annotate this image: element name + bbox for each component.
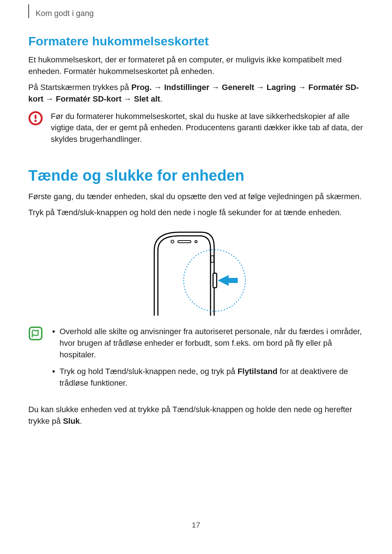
path-prefix: På Startskærmen trykkes på bbox=[28, 83, 131, 92]
path-generelt: Generelt bbox=[222, 83, 254, 92]
svg-rect-6 bbox=[211, 256, 214, 262]
svg-point-4 bbox=[171, 240, 174, 243]
heading-power-device: Tænde og slukke for enheden bbox=[28, 167, 364, 184]
svg-marker-9 bbox=[218, 275, 238, 286]
breadcrumb: Kom godt i gang bbox=[36, 9, 94, 18]
svg-point-5 bbox=[195, 241, 197, 243]
warning-text: Før du formaterer hukommelseskortet, ska… bbox=[51, 111, 364, 145]
arrow-icon: → bbox=[154, 83, 162, 92]
p3-bold: Sluk bbox=[63, 416, 79, 426]
path-lagring: Lagring bbox=[267, 83, 296, 92]
power-p2: Tryk på Tænd/sluk-knappen og hold den ne… bbox=[28, 207, 364, 218]
warning-icon bbox=[28, 111, 43, 145]
heading-format-card: Formatere hukommelseskortet bbox=[28, 34, 364, 48]
arrow-icon: → bbox=[46, 94, 54, 103]
format-card-path: På Startskærmen trykkes på Prog. → Indst… bbox=[28, 82, 364, 105]
svg-point-2 bbox=[34, 120, 37, 122]
note-list: Overhold alle skilte og anvisninger fra … bbox=[51, 326, 364, 394]
power-p3: Du kan slukke enheden ved at trykke på T… bbox=[28, 404, 364, 427]
note-item-2-bold: Flytilstand bbox=[237, 367, 277, 376]
svg-rect-3 bbox=[178, 241, 191, 243]
arrow-icon: → bbox=[298, 83, 306, 92]
power-p1: Første gang, du tænder enheden, skal du … bbox=[28, 191, 364, 202]
note-item-2-pre: Tryk og hold Tænd/sluk-knappen nede, og … bbox=[60, 367, 237, 376]
svg-rect-1 bbox=[35, 115, 37, 119]
list-item: Overhold alle skilte og anvisninger fra … bbox=[51, 326, 364, 361]
arrow-icon: → bbox=[212, 83, 220, 92]
p3-post: . bbox=[80, 416, 82, 426]
arrow-icon: → bbox=[256, 83, 264, 92]
format-card-intro: Et hukommelseskort, der er formateret på… bbox=[28, 54, 364, 77]
note-callout: Overhold alle skilte og anvisninger fra … bbox=[28, 326, 364, 394]
page-number: 17 bbox=[0, 521, 392, 529]
arrow-icon: → bbox=[124, 94, 132, 103]
path-formater-sd-2: Formatér SD-kort bbox=[56, 94, 122, 103]
page-header: Kom godt i gang bbox=[28, 4, 364, 18]
svg-rect-7 bbox=[213, 273, 217, 288]
svg-rect-10 bbox=[29, 327, 42, 340]
note-item-1: Overhold alle skilte og anvisninger fra … bbox=[60, 327, 362, 359]
path-slet-alt: Slet alt bbox=[134, 94, 160, 103]
note-icon bbox=[28, 326, 43, 394]
device-illustration bbox=[28, 229, 364, 316]
warning-callout: Før du formaterer hukommelseskortet, ska… bbox=[28, 111, 364, 145]
path-prog: Prog. bbox=[131, 83, 152, 92]
list-item: Tryk og hold Tænd/sluk-knappen nede, og … bbox=[51, 366, 364, 389]
path-indstillinger: Indstillinger bbox=[164, 83, 209, 92]
